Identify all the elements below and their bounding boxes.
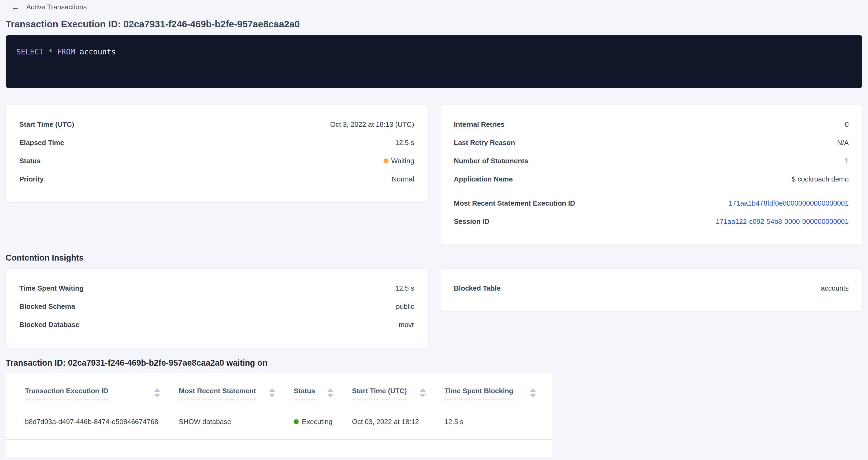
column-header-label: Transaction Execution ID (25, 386, 108, 399)
statement-execution-id-link[interactable]: 171aa1b478fdf0e80000000000000001 (728, 199, 849, 208)
metric-value: public (396, 302, 414, 311)
metric-label: Start Time (UTC) (19, 120, 74, 129)
sql-star: * (48, 48, 53, 56)
metric-label: Session ID (454, 217, 490, 226)
metric-value: 12.5 s (395, 139, 414, 147)
metric-row-priority: Priority Normal (19, 170, 414, 188)
sort-icon[interactable] (530, 388, 536, 398)
column-header-label: Most Recent Statement (179, 386, 256, 399)
metric-label: Number of Statements (454, 157, 528, 165)
metric-label: Application Name (454, 175, 513, 183)
sort-icon[interactable] (327, 388, 333, 398)
summary-card-right: Internal Retries 0 Last Retry Reason N/A… (440, 105, 862, 245)
summary-cards-row: Start Time (UTC) Oct 3, 2022 at 18:13 (U… (6, 105, 862, 245)
metric-label: Blocked Database (19, 320, 79, 329)
metric-value: 1 (845, 157, 849, 165)
metric-row-start-time: Start Time (UTC) Oct 3, 2022 at 18:13 (U… (19, 115, 414, 133)
cell-time-spent-blocking: 12.5 s (436, 404, 552, 439)
status-text: Executing (302, 417, 332, 426)
metric-label: Blocked Schema (19, 302, 75, 311)
metric-label: Time Spent Waiting (19, 284, 84, 293)
metric-value: movr (399, 320, 414, 329)
metric-value: 12.5 s (395, 284, 414, 293)
sort-icon[interactable] (420, 388, 426, 398)
column-header-transaction-execution-id[interactable]: Transaction Execution ID (6, 386, 171, 399)
cell-start-time: Oct 03, 2022 at 18:12 (344, 404, 436, 439)
sql-keyword-select: SELECT (17, 48, 43, 56)
column-header-time-spent-blocking[interactable]: Time Spent Blocking (436, 386, 552, 399)
sql-statement-box: SELECT * FROM accounts (6, 35, 862, 88)
metric-label: Most Recent Statement Execution ID (454, 199, 575, 208)
metric-value: Oct 3, 2022 at 18:13 (UTC) (330, 120, 414, 129)
metric-row-blocked-schema: Blocked Schema public (19, 297, 414, 315)
metric-row-last-retry-reason: Last Retry Reason N/A (454, 133, 849, 152)
sql-keyword-from: FROM (57, 48, 75, 56)
metric-label: Blocked Table (454, 284, 500, 293)
waiting-on-heading: Transaction ID: 02ca7931-f246-469b-b2fe-… (6, 358, 868, 368)
metric-label: Status (19, 157, 40, 165)
breadcrumb: ← Active Transactions (0, 0, 868, 11)
metric-value: 0 (845, 120, 849, 129)
metric-value: N/A (837, 139, 849, 147)
metric-row-statement-execution-id: Most Recent Statement Execution ID 171aa… (454, 194, 849, 212)
page-title: Transaction Execution ID: 02ca7931-f246-… (6, 18, 868, 30)
metric-value: Normal (392, 175, 414, 183)
metric-row-status: Status Waiting (19, 152, 414, 170)
summary-card-left: Start Time (UTC) Oct 3, 2022 at 18:13 (U… (6, 105, 428, 203)
breadcrumb-back-link[interactable]: ← Active Transactions (11, 3, 87, 11)
executing-status-dot-icon (294, 419, 299, 424)
metric-row-internal-retries: Internal Retries 0 (454, 115, 849, 133)
metric-row-number-of-statements: Number of Statements 1 (454, 152, 849, 170)
table-row: b8d7d03a-d497-446b-8474-e50846674768 SHO… (6, 404, 552, 440)
sort-icon[interactable] (269, 388, 275, 398)
metric-row-blocked-database: Blocked Database movr (19, 315, 414, 334)
breadcrumb-label: Active Transactions (26, 3, 87, 11)
metric-label: Last Retry Reason (454, 139, 515, 147)
contention-cards-row: Time Spent Waiting 12.5 s Blocked Schema… (6, 269, 862, 348)
column-header-label: Start Time (UTC) (352, 386, 407, 399)
session-id-link[interactable]: 171aa122-c092-54b8-0000-000000000001 (716, 217, 849, 226)
metric-row-elapsed-time: Elapsed Time 12.5 s (19, 133, 414, 152)
table-header-row: Transaction Execution ID Most Recent Sta… (6, 373, 552, 404)
column-header-label: Status (294, 386, 315, 399)
metric-row-session-id: Session ID 171aa122-c092-54b8-0000-00000… (454, 212, 849, 231)
status-badge: Waiting (383, 157, 414, 165)
cell-most-recent-statement: SHOW database (171, 404, 286, 439)
metric-label: Priority (19, 175, 44, 183)
waiting-status-dot-icon (383, 158, 389, 163)
metric-value: accounts (821, 284, 849, 293)
cell-status: Executing (286, 404, 344, 439)
metric-label: Elapsed Time (19, 139, 64, 147)
sql-identifier: accounts (80, 48, 116, 56)
metric-row-blocked-table: Blocked Table accounts (454, 279, 849, 297)
metric-row-time-spent-waiting: Time Spent Waiting 12.5 s (19, 279, 414, 297)
status-text: Waiting (391, 157, 414, 165)
cell-transaction-execution-id: b8d7d03a-d497-446b-8474-e50846674768 (6, 404, 171, 439)
contention-card-left: Time Spent Waiting 12.5 s Blocked Schema… (6, 269, 428, 348)
contention-card-right: Blocked Table accounts (440, 269, 862, 311)
sort-icon[interactable] (154, 388, 160, 398)
contention-insights-heading: Contention Insights (6, 253, 868, 263)
column-header-most-recent-statement[interactable]: Most Recent Statement (171, 386, 286, 399)
column-header-label: Time Spent Blocking (444, 386, 513, 399)
waiting-transactions-table: Transaction Execution ID Most Recent Sta… (6, 373, 552, 457)
metric-row-application-name: Application Name $ cockroach demo (454, 170, 849, 188)
column-header-status[interactable]: Status (286, 386, 344, 399)
card-divider (454, 191, 849, 191)
metric-value: $ cockroach demo (792, 175, 849, 183)
column-header-start-time[interactable]: Start Time (UTC) (344, 386, 436, 399)
back-arrow-icon: ← (11, 3, 20, 11)
metric-label: Internal Retries (454, 120, 504, 129)
